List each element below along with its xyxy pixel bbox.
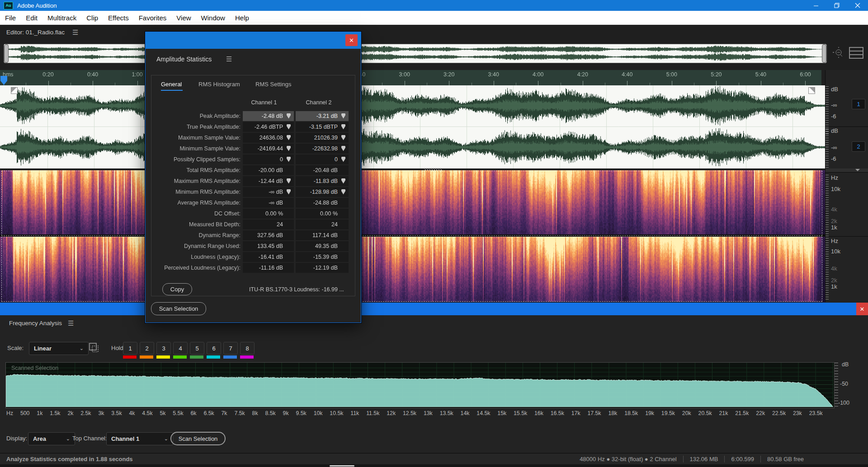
tab-rms-settings[interactable]: RMS Settings xyxy=(255,81,291,88)
stats-row[interactable]: Peak Amplitude:-2.48 dB-3.21 dB xyxy=(151,111,355,121)
stats-row[interactable]: Measured Bit Depth:2424 xyxy=(151,219,355,230)
waveform-canvas[interactable] xyxy=(0,85,825,168)
frequency-panel-menu-icon[interactable]: ☰ xyxy=(68,319,74,327)
stat-value-ch2[interactable]: 24 xyxy=(296,219,349,229)
spectrogram-display[interactable] xyxy=(0,170,825,302)
zoom-navigate-icon[interactable] xyxy=(832,47,845,61)
spectrogram-canvas[interactable] xyxy=(0,170,825,302)
dialog-close-button[interactable]: ✕ xyxy=(345,34,358,46)
stat-value-ch1[interactable]: -20.00 dB xyxy=(243,165,294,175)
fade-out-handle[interactable] xyxy=(808,87,815,94)
stat-value-ch2[interactable]: 0 xyxy=(296,154,349,164)
menu-effects[interactable]: Effects xyxy=(103,14,134,22)
stat-value-ch2[interactable]: -3.21 dB xyxy=(296,111,349,121)
editor-panel-menu-icon[interactable]: ☰ xyxy=(72,28,79,37)
overview-waveform[interactable] xyxy=(4,44,826,62)
menu-edit[interactable]: Edit xyxy=(21,14,42,22)
stats-row[interactable]: Minimum RMS Amplitude:-∞ dB-128.98 dB xyxy=(151,187,355,197)
stat-value-ch1[interactable]: -16.41 dB xyxy=(243,252,294,262)
overview-left-handle[interactable] xyxy=(4,44,9,63)
frequency-graph-canvas[interactable] xyxy=(6,363,833,407)
freq-scan-selection-button[interactable]: Scan Selection xyxy=(170,432,226,445)
overview-strip[interactable] xyxy=(4,44,827,63)
hold-button-4[interactable]: 4 xyxy=(173,342,188,355)
stats-row[interactable]: True Peak Amplitude:-2.46 dBTP-3.15 dBTP xyxy=(151,121,355,132)
menu-window[interactable]: Window xyxy=(196,14,230,22)
stats-row[interactable]: Dynamic Range Used:133.45 dB49.35 dB xyxy=(151,241,355,252)
scan-selection-button[interactable]: Scan Selection xyxy=(151,302,206,315)
hold-button-6[interactable]: 6 xyxy=(207,342,221,355)
stats-row[interactable]: Minimum Sample Value:-24169.44-22632.98 xyxy=(151,143,355,154)
stat-value-ch1[interactable]: -∞ dB xyxy=(243,187,294,197)
hold-button-5[interactable]: 5 xyxy=(190,342,204,355)
waveform-display[interactable] xyxy=(0,85,825,168)
stats-row[interactable]: Loudness (Legacy):-16.41 dB-15.39 dB xyxy=(151,252,355,262)
menu-multitrack[interactable]: Multitrack xyxy=(42,14,81,22)
stat-value-ch2[interactable]: -11.83 dB xyxy=(296,176,349,186)
hold-button-1[interactable]: 1 xyxy=(123,342,137,355)
minimize-button[interactable] xyxy=(806,0,826,11)
menu-help[interactable]: Help xyxy=(230,14,254,22)
frequency-graph[interactable]: Scanned Selection xyxy=(5,362,835,408)
stats-row[interactable]: DC Offset:0.00 %0.00 % xyxy=(151,208,355,219)
stat-value-ch1[interactable]: 24636.08 xyxy=(243,133,294,143)
stat-value-ch1[interactable]: -12.44 dB xyxy=(243,176,294,186)
stats-row[interactable]: Total RMS Amplitude:-20.00 dB-20.48 dB xyxy=(151,165,355,176)
menu-clip[interactable]: Clip xyxy=(81,14,103,22)
stat-value-ch1[interactable]: -∞ dB xyxy=(243,198,294,208)
panel-splitter-grip[interactable] xyxy=(424,168,442,170)
channel-2-badge[interactable]: 2 xyxy=(852,141,865,152)
hold-button-2[interactable]: 2 xyxy=(140,342,154,355)
frequency-analysis-title[interactable]: Frequency Analysis xyxy=(9,320,62,327)
stat-value-ch2[interactable]: 117.14 dB xyxy=(296,230,349,240)
stat-value-ch1[interactable]: -11.16 dB xyxy=(243,263,294,273)
channel-1-badge[interactable]: 1 xyxy=(852,99,865,109)
stat-value-ch1[interactable]: -2.48 dB xyxy=(243,111,294,121)
editor-tab-title[interactable]: Editor: 01._Radio.flac xyxy=(6,29,65,36)
close-button[interactable] xyxy=(847,0,868,11)
stat-value-ch2[interactable]: -3.15 dBTP xyxy=(296,122,349,132)
hold-button-8[interactable]: 8 xyxy=(240,342,255,355)
hold-button-7[interactable]: 7 xyxy=(223,342,238,355)
stat-value-ch1[interactable]: -2.46 dBTP xyxy=(243,122,294,132)
menu-view[interactable]: View xyxy=(171,14,196,22)
strip-close-button[interactable]: ✕ xyxy=(856,303,868,315)
stat-value-ch2[interactable]: -20.48 dB xyxy=(296,165,349,175)
stats-row[interactable]: Perceived Loudness (Legacy):-11.16 dB-12… xyxy=(151,262,355,273)
rail-collapse-arrow[interactable] xyxy=(855,169,860,171)
dialog-menu-icon[interactable]: ☰ xyxy=(226,55,232,63)
stat-value-ch1[interactable]: 133.45 dB xyxy=(243,241,294,251)
display-dropdown[interactable]: Area⌄ xyxy=(28,432,75,445)
stat-value-ch1[interactable]: 0.00 % xyxy=(243,209,294,219)
stat-value-ch2[interactable]: -12.19 dB xyxy=(296,263,349,273)
tab-rms-histogram[interactable]: RMS Histogram xyxy=(198,81,240,88)
stats-row[interactable]: Maximum Sample Value:24636.0821026.39 xyxy=(151,132,355,143)
stat-value-ch1[interactable]: 0 xyxy=(243,154,294,164)
fade-in-handle[interactable] xyxy=(11,87,18,94)
menu-file[interactable]: File xyxy=(0,14,21,22)
stat-value-ch2[interactable]: 49.35 dB xyxy=(296,241,349,251)
copy-button[interactable]: Copy xyxy=(162,283,192,295)
stats-row[interactable]: Average RMS Amplitude:-∞ dB-24.88 dB xyxy=(151,197,355,208)
menu-favorites[interactable]: Favorites xyxy=(134,14,172,22)
stats-row[interactable]: Dynamic Range:327.56 dB117.14 dB xyxy=(151,230,355,241)
stat-value-ch2[interactable]: -24.88 dB xyxy=(296,198,349,208)
stat-value-ch1[interactable]: -24169.44 xyxy=(243,144,294,154)
spectral-display-icon[interactable] xyxy=(849,47,863,61)
stat-value-ch2[interactable]: -15.39 dB xyxy=(296,252,349,262)
overview-right-handle[interactable] xyxy=(822,44,826,63)
stat-value-ch2[interactable]: 21026.39 xyxy=(296,133,349,143)
copy-graph-icon[interactable] xyxy=(89,342,100,356)
timeline-ruler[interactable]: hms 0:200:401:001:201:402:002:202:403:00… xyxy=(0,70,821,86)
tab-general[interactable]: General xyxy=(161,81,182,88)
scale-dropdown[interactable]: Linear⌄ xyxy=(29,342,89,355)
bottom-scrollbar-handle[interactable] xyxy=(330,465,354,467)
stat-value-ch1[interactable]: 327.56 dB xyxy=(243,230,294,240)
stat-value-ch1[interactable]: 24 xyxy=(243,219,294,229)
top-channel-dropdown[interactable]: Channel 1⌄ xyxy=(106,432,173,445)
stats-row[interactable]: Maximum RMS Amplitude:-12.44 dB-11.83 dB xyxy=(151,176,355,187)
stat-value-ch2[interactable]: -128.98 dB xyxy=(296,187,349,197)
stat-value-ch2[interactable]: -22632.98 xyxy=(296,144,349,154)
hold-button-3[interactable]: 3 xyxy=(156,342,171,355)
maximize-button[interactable] xyxy=(826,0,847,11)
